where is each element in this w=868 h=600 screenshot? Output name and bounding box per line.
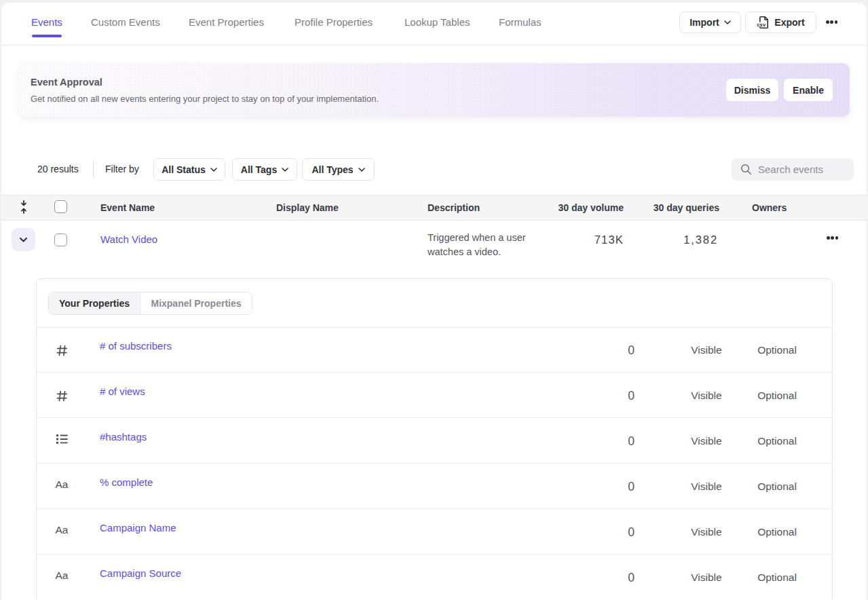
- svg-text:csv: csv: [757, 22, 767, 28]
